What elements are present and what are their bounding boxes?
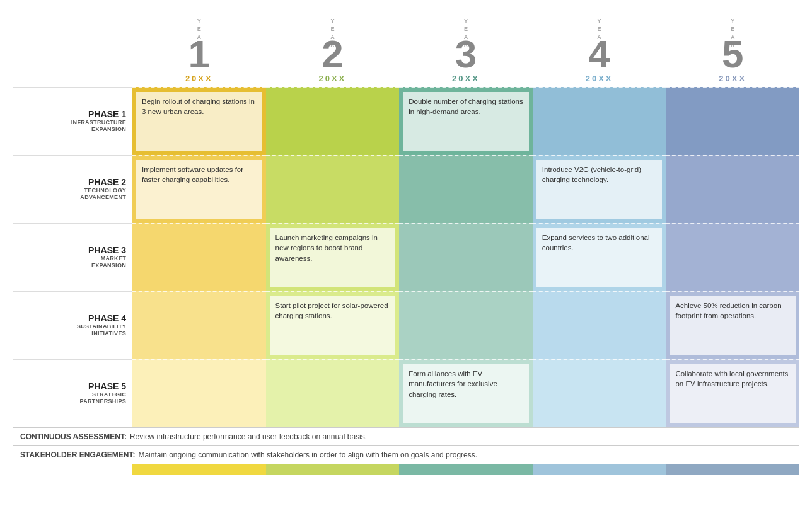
- year-number-1: 1: [188, 37, 210, 72]
- phase-num-5: PHASE 5: [88, 381, 126, 391]
- year-value-1: 20XX: [185, 74, 213, 83]
- phase-sub-1: INFRASTRUCTURE EXPANSION: [71, 119, 126, 134]
- data-cell-p2-y4: Introduce V2G (vehicle-to-grid) charging…: [533, 155, 666, 223]
- content-box-p5-y3: Form alliances with EV manufacturers for…: [403, 364, 529, 423]
- phase-sub-5: STRATEGIC PARTNERSHIPS: [80, 391, 126, 406]
- phase-num-3: PHASE 3: [88, 245, 126, 255]
- phase-sub-2: TECHNOLOGY ADVANCEMENT: [80, 187, 126, 202]
- header-corner: [13, 18, 132, 87]
- data-cell-p4-y3: [399, 291, 533, 359]
- data-cell-p5-y5: Collaborate with local governments on EV…: [666, 359, 799, 427]
- data-cell-p3-y1: [132, 223, 266, 291]
- color-bar-y3: [399, 464, 533, 475]
- content-box-p5-y5: Collaborate with local governments on EV…: [670, 364, 796, 423]
- phase-sub-4: SUSTAINABILITY INITIATIVES: [77, 323, 126, 338]
- data-cell-p4-y1: [132, 291, 266, 359]
- data-cell-p3-y3: [399, 223, 533, 291]
- content-box-p3-y2: Launch marketing campaigns in new region…: [270, 228, 396, 287]
- phase-num-1: PHASE 1: [88, 109, 126, 119]
- year-number-2: 2: [322, 37, 343, 72]
- data-cell-p5-y4: [533, 359, 666, 427]
- phase-num-4: PHASE 4: [88, 313, 126, 323]
- data-cell-p5-y2: [266, 359, 400, 427]
- color-bar-y4: [533, 464, 666, 475]
- header-year-2: YEAR220XX: [266, 18, 400, 87]
- year-value-3: 20XX: [452, 74, 480, 83]
- color-bar-empty: [13, 464, 132, 475]
- footer-text-2: Maintain ongoing communication with stak…: [138, 451, 477, 459]
- data-cell-p4-y5: Achieve 50% reduction in carbon footprin…: [666, 291, 799, 359]
- data-cell-p1-y1: Begin rollout of charging stations in 3 …: [132, 87, 266, 155]
- data-cell-p3-y4: Expand services to two additional countr…: [533, 223, 666, 291]
- data-cell-p4-y4: [533, 291, 666, 359]
- year-value-4: 20XX: [586, 74, 613, 83]
- color-bar-y2: [266, 464, 400, 475]
- content-box-p3-y4: Expand services to two additional countr…: [536, 228, 663, 287]
- header-year-5: YEAR520XX: [666, 18, 799, 87]
- footer-label-2: STAKEHOLDER ENGAGEMENT:: [20, 451, 135, 459]
- data-cell-p1-y5: [666, 87, 799, 155]
- header-year-1: YEAR120XX: [132, 18, 266, 87]
- year-number-5: 5: [722, 37, 743, 72]
- year-number-3: 3: [455, 37, 477, 72]
- year-number-4: 4: [588, 37, 610, 72]
- header-year-4: YEAR420XX: [533, 18, 666, 87]
- phase-label-1: PHASE 1INFRASTRUCTURE EXPANSION: [13, 87, 132, 155]
- footer-area: CONTINUOUS ASSESSMENT:Review infrastruct…: [13, 427, 799, 475]
- data-cell-p4-y2: Start pilot project for solar-powered ch…: [266, 291, 400, 359]
- data-cell-p1-y2: [266, 87, 400, 155]
- content-box-p2-y4: Introduce V2G (vehicle-to-grid) charging…: [536, 160, 663, 219]
- main-grid: YEAR120XXYEAR220XXYEAR320XXYEAR420XXYEAR…: [13, 18, 799, 427]
- data-cell-p5-y1: [132, 359, 266, 427]
- footer-label-1: CONTINUOUS ASSESSMENT:: [20, 432, 127, 441]
- content-box-p4-y2: Start pilot project for solar-powered ch…: [270, 296, 396, 355]
- data-cell-p2-y2: [266, 155, 400, 223]
- header-year-3: YEAR320XX: [399, 18, 533, 87]
- page: YEAR120XXYEAR220XXYEAR320XXYEAR420XXYEAR…: [0, 0, 812, 481]
- data-cell-p3-y2: Launch marketing campaigns in new region…: [266, 223, 400, 291]
- phase-sub-3: MARKET EXPANSION: [91, 255, 126, 270]
- data-cell-p2-y1: Implement software updates for faster ch…: [132, 155, 266, 223]
- data-cell-p3-y5: [666, 223, 799, 291]
- phase-label-5: PHASE 5STRATEGIC PARTNERSHIPS: [13, 359, 132, 427]
- phase-label-3: PHASE 3MARKET EXPANSION: [13, 223, 132, 291]
- color-bar-y5: [666, 464, 799, 475]
- footer-text-1: Review infrastructure performance and us…: [130, 432, 367, 441]
- content-box-p2-y1: Implement software updates for faster ch…: [136, 160, 262, 219]
- year-value-2: 20XX: [318, 74, 346, 83]
- content-box-p4-y5: Achieve 50% reduction in carbon footprin…: [670, 296, 796, 355]
- phase-label-4: PHASE 4SUSTAINABILITY INITIATIVES: [13, 291, 132, 359]
- year-value-5: 20XX: [719, 74, 746, 83]
- phase-label-2: PHASE 2TECHNOLOGY ADVANCEMENT: [13, 155, 132, 223]
- phase-num-2: PHASE 2: [88, 177, 126, 187]
- color-bar-y1: [132, 464, 266, 475]
- footer-row-2: STAKEHOLDER ENGAGEMENT:Maintain ongoing …: [13, 445, 799, 464]
- data-cell-p2-y5: [666, 155, 799, 223]
- content-box-p1-y1: Begin rollout of charging stations in 3 …: [136, 92, 262, 151]
- data-cell-p1-y3: Double number of charging stations in hi…: [399, 87, 533, 155]
- data-cell-p1-y4: [533, 87, 666, 155]
- data-cell-p5-y3: Form alliances with EV manufacturers for…: [399, 359, 533, 427]
- color-bar: [13, 464, 799, 475]
- data-cell-p2-y3: [399, 155, 533, 223]
- footer-row-1: CONTINUOUS ASSESSMENT:Review infrastruct…: [13, 427, 799, 445]
- content-box-p1-y3: Double number of charging stations in hi…: [403, 92, 529, 151]
